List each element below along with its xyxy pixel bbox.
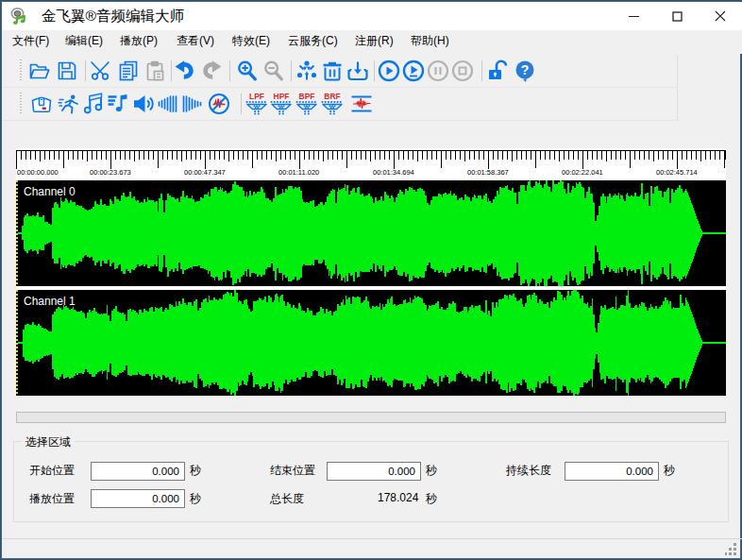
svg-text:BPF: BPF [299, 93, 315, 101]
svg-text:HPF: HPF [274, 93, 290, 101]
svg-text:?: ? [521, 62, 530, 77]
svg-text:BRF: BRF [324, 93, 340, 101]
svg-text:LPF: LPF [249, 93, 264, 101]
